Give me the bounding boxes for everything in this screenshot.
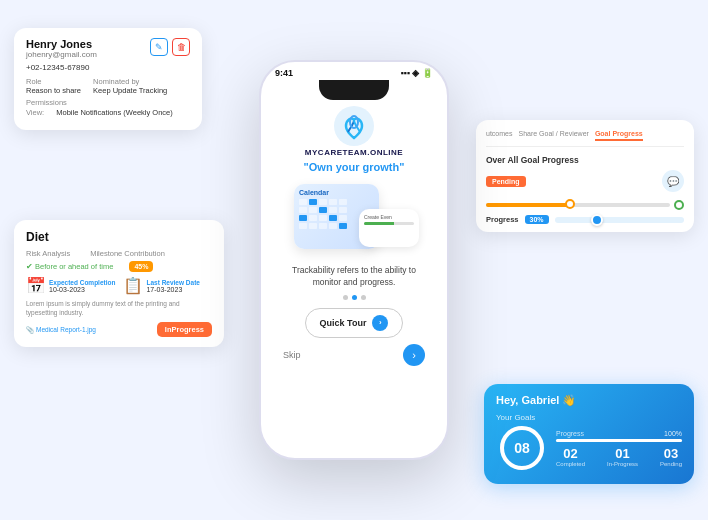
goal-tabs: utcomes Share Goal / Reviewer Goal Progr… — [486, 128, 684, 147]
goal-status-row: Pending 💬 — [486, 170, 684, 192]
gabriel-progress-circle: 08 — [496, 422, 548, 474]
diet-milestone-label: Milestone Contribution — [90, 249, 165, 258]
gabriel-progress-fill — [556, 439, 682, 442]
diet-risk-value: ✔ Before or ahead of time — [26, 262, 113, 271]
delete-icon[interactable]: 🗑 — [172, 38, 190, 56]
henry-name: Henry Jones — [26, 38, 97, 50]
quick-tour-arrow-icon: › — [372, 315, 388, 331]
progress-row: Progress 30% — [486, 215, 684, 224]
paperclip-icon: 📎 — [26, 326, 34, 334]
goal-pending-badge: Pending — [486, 176, 526, 187]
dot-2 — [352, 295, 357, 300]
tab-goal-progress[interactable]: Goal Progress — [595, 128, 643, 141]
gabriel-counts-row: 02 Completed 01 In-Progress 03 Pending — [556, 446, 682, 467]
dot-1 — [343, 295, 348, 300]
edit-icon[interactable]: ✎ — [150, 38, 168, 56]
slider-thumb-1 — [565, 199, 575, 209]
phone-notch — [319, 80, 389, 100]
gabriel-pending: 03 Pending — [660, 446, 682, 467]
phone-content: MYCARETEAM.ONLINE "Own your growth" Cale… — [261, 100, 447, 376]
brand-name: MYCARETEAM.ONLINE — [305, 148, 403, 157]
henry-phone: +02-12345-67890 — [26, 63, 190, 72]
gabriel-goals-label: Your Goals — [496, 413, 682, 422]
gabriel-progress-bar: 100% — [556, 439, 682, 442]
diet-dates-row: 📅 Expected Completion 10-03-2023 📋 Last … — [26, 276, 212, 295]
phone-description: Trackability refers to the ability to mo… — [273, 265, 435, 289]
gabriel-circle-number: 08 — [514, 440, 530, 456]
henry-view-row: View: Mobile Notifications (Weekly Once) — [26, 108, 190, 117]
diet-values-row: ✔ Before or ahead of time 45% — [26, 261, 212, 272]
gabriel-main-row: 08 Progress 100% 02 Completed 01 In-Prog… — [496, 422, 682, 474]
in-progress-num: 01 — [607, 446, 638, 461]
pending-label: Pending — [660, 461, 682, 467]
goal-progress-card: utcomes Share Goal / Reviewer Goal Progr… — [476, 120, 694, 232]
gabriel-greeting: Hey, Gabriel 👋 — [496, 394, 576, 407]
in-progress-label: In-Progress — [607, 461, 638, 467]
diet-title: Diet — [26, 230, 212, 244]
svg-point-0 — [334, 106, 374, 146]
goal-chat-icon[interactable]: 💬 — [662, 170, 684, 192]
app-logo — [332, 104, 376, 148]
pending-num: 03 — [660, 446, 682, 461]
henry-card-header: Henry Jones johenry@gmail.com ✎ 🗑 — [26, 38, 190, 59]
calendar-icon: 📅 — [26, 276, 46, 295]
gabriel-stats: Progress 100% 02 Completed 01 In-Progres… — [556, 430, 682, 467]
diet-footer: 📎 Medical Report-1.jpg InProgress — [26, 322, 212, 337]
henry-email: johenry@gmail.com — [26, 50, 97, 59]
progress-slider-thumb — [591, 214, 603, 226]
pagination-dots — [343, 295, 366, 300]
diet-milestone-badge: 45% — [129, 261, 153, 272]
gabriel-header: Hey, Gabriel 👋 — [496, 394, 682, 407]
henry-name-block: Henry Jones johenry@gmail.com — [26, 38, 97, 59]
diet-risk-label: Risk Analysis — [26, 249, 70, 258]
quick-tour-button[interactable]: Quick Tour › — [305, 308, 404, 338]
goal-section-title: Over All Goal Progress — [486, 155, 684, 165]
phone-bottom-row: Skip › — [273, 344, 435, 366]
gabriel-in-progress: 01 In-Progress — [607, 446, 638, 467]
phone-mockup: 9:41 ▪▪▪ ◈ 🔋 MYCARETEAM.ONLINE "Own your… — [259, 60, 449, 460]
progress-pct-badge: 30% — [525, 215, 549, 224]
diet-report-link[interactable]: 📎 Medical Report-1.jpg — [26, 326, 96, 334]
diet-labels-row: Risk Analysis Milestone Contribution — [26, 249, 212, 258]
slider-end-1 — [674, 200, 684, 210]
status-icons: ▪▪▪ ◈ 🔋 — [400, 68, 433, 78]
check-icon: ✔ — [26, 262, 33, 271]
slider-fill-1 — [486, 203, 569, 207]
progress-label: Progress — [486, 215, 519, 224]
skip-button[interactable]: Skip — [283, 350, 301, 360]
tab-share-goal[interactable]: Share Goal / Reviewer — [518, 128, 588, 141]
calendar2-icon: 📋 — [123, 276, 143, 295]
henry-jones-card: Henry Jones johenry@gmail.com ✎ 🗑 +02-12… — [14, 28, 202, 130]
henry-action-icons: ✎ 🗑 — [150, 38, 190, 56]
diet-card: Diet Risk Analysis Milestone Contributio… — [14, 220, 224, 347]
diet-lorem-text: Lorem ipsum is simply dummy text of the … — [26, 299, 212, 317]
mini-event-card: Create Even — [359, 209, 419, 247]
completed-num: 02 — [556, 446, 585, 461]
diet-last-review-date: 📋 Last Review Date 17-03-2023 — [123, 276, 199, 295]
diet-expected-date: 📅 Expected Completion 10-03-2023 — [26, 276, 115, 295]
gabriel-pct: 100% — [664, 430, 682, 437]
next-button[interactable]: › — [403, 344, 425, 366]
gabriel-completed: 02 Completed — [556, 446, 585, 467]
goal-slider-1 — [486, 200, 684, 210]
completed-label: Completed — [556, 461, 585, 467]
phone-tagline: "Own your growth" — [304, 161, 405, 173]
henry-nominated-block: Nominated by Keep Update Tracking — [93, 77, 167, 95]
status-time: 9:41 — [275, 68, 293, 78]
gabriel-card: Hey, Gabriel 👋 Your Goals 08 Progress 10… — [484, 384, 694, 484]
status-bar: 9:41 ▪▪▪ ◈ 🔋 — [261, 62, 447, 80]
henry-role-row: Role Reason to share Nominated by Keep U… — [26, 77, 190, 95]
henry-permissions-label: Permissions — [26, 98, 190, 107]
cards-preview: Calendar Create Even — [289, 179, 419, 259]
progress-slider-track[interactable] — [555, 217, 684, 223]
henry-role-label: Role Reason to share — [26, 77, 81, 95]
gabriel-progress-label: Progress — [556, 430, 682, 437]
calendar-header: Calendar — [299, 189, 374, 196]
slider-track-1[interactable] — [486, 203, 670, 207]
quick-tour-label: Quick Tour — [320, 318, 367, 328]
diet-status-badge: InProgress — [157, 322, 212, 337]
tab-outcomes[interactable]: utcomes — [486, 128, 512, 141]
dot-3 — [361, 295, 366, 300]
